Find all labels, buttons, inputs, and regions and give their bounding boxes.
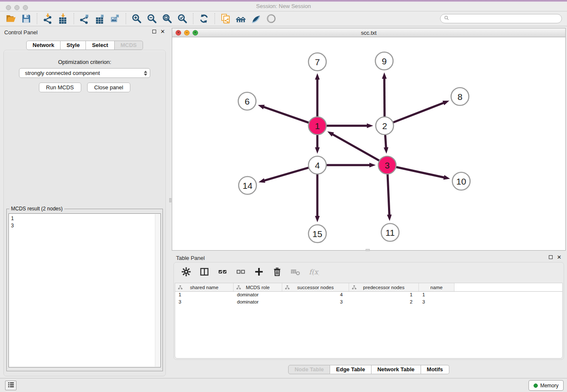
table-header-row: shared nameMCDS rolesuccessor nodesprede… xyxy=(175,283,562,292)
memory-label: Memory xyxy=(540,383,559,389)
open-file-icon[interactable] xyxy=(3,12,19,25)
cell-successor-nodes[interactable]: 3 xyxy=(282,299,349,306)
edge-arrowhead xyxy=(258,105,264,110)
split-view-icon[interactable] xyxy=(198,266,211,278)
column-header-shared-name[interactable]: shared name xyxy=(175,283,234,291)
float-panel-icon[interactable] xyxy=(152,30,156,33)
cell-name[interactable]: 1 xyxy=(419,292,454,299)
node-label: 7 xyxy=(315,57,320,67)
result-scrollbar[interactable] xyxy=(155,214,160,367)
node-9[interactable]: 9 xyxy=(375,52,393,70)
edge-arrowhead xyxy=(382,72,387,79)
node-2[interactable]: 2 xyxy=(376,117,394,135)
horizontal-splitter-grip[interactable] xyxy=(366,249,370,251)
search-input[interactable] xyxy=(451,16,558,22)
node-1[interactable]: 1 xyxy=(308,117,326,135)
refresh-icon[interactable] xyxy=(196,12,212,25)
list-icon xyxy=(7,381,15,390)
table-panel-title: Table Panel xyxy=(176,255,205,261)
zoom-out-icon[interactable] xyxy=(144,12,160,25)
network-graph[interactable]: 7968124314101511 xyxy=(172,37,565,250)
table-tab-node-table[interactable]: Node Table xyxy=(288,365,330,374)
delete-row-icon[interactable] xyxy=(271,266,284,278)
memory-button[interactable]: Memory xyxy=(528,380,564,391)
edge-2-8[interactable] xyxy=(393,102,444,122)
show-console-button[interactable] xyxy=(5,381,17,390)
edge-3-10[interactable] xyxy=(396,167,445,177)
zoom-in-icon[interactable] xyxy=(129,12,144,25)
node-4[interactable]: 4 xyxy=(308,156,326,174)
edge-3-1[interactable] xyxy=(332,134,380,161)
mcds-tab-content: Optimization criterion: strongly connect… xyxy=(3,50,166,376)
edge-3-11[interactable] xyxy=(388,174,389,215)
run-mcds-button[interactable]: Run MCDS xyxy=(39,83,81,92)
select-all-icon[interactable] xyxy=(216,266,229,278)
close-panel-icon[interactable]: ✕ xyxy=(160,29,165,34)
edge-arrowhead xyxy=(367,123,373,128)
svg-text:f(x): f(x) xyxy=(309,268,319,276)
node-15[interactable]: 15 xyxy=(308,225,326,243)
close-panel-button[interactable]: Close panel xyxy=(87,83,131,92)
node-11[interactable]: 11 xyxy=(381,224,399,241)
add-row-icon[interactable] xyxy=(253,266,265,278)
close-table-panel-icon[interactable]: ✕ xyxy=(557,255,561,259)
table-tab-network-table[interactable]: Network Table xyxy=(372,365,421,374)
float-table-panel-icon[interactable] xyxy=(549,255,553,259)
network-frame-titlebar[interactable]: ✕ − + scc.txt xyxy=(172,28,565,37)
table-row[interactable]: 1dominator411 xyxy=(175,292,562,299)
cell-MCDS-role[interactable]: dominator xyxy=(234,299,282,306)
cell-shared-name[interactable]: 3 xyxy=(175,299,234,306)
export-table-icon[interactable] xyxy=(92,12,107,25)
tab-style[interactable]: Style xyxy=(61,41,86,50)
edge-2-9[interactable] xyxy=(384,78,385,117)
criterion-dropdown[interactable]: strongly connected component xyxy=(19,68,150,78)
column-header-predecessor-nodes[interactable]: predecessor nodes xyxy=(349,283,419,291)
column-header-successor-nodes[interactable]: successor nodes xyxy=(282,283,349,291)
node-3[interactable]: 3 xyxy=(378,156,396,174)
table-panel-body: f(x) shared nameMCDS rolesuccessor nodes… xyxy=(173,262,564,360)
cell-name[interactable]: 3 xyxy=(419,299,454,306)
zoom-fit-icon[interactable] xyxy=(160,12,175,25)
edge-4-14[interactable] xyxy=(264,168,309,181)
application-window: Session: New Session Control Panel ✕ Net… xyxy=(0,0,567,392)
node-7[interactable]: 7 xyxy=(308,53,326,71)
save-session-icon[interactable] xyxy=(19,12,34,25)
clone-network-icon[interactable] xyxy=(218,12,233,25)
node-table: shared nameMCDS rolesuccessor nodesprede… xyxy=(175,283,563,359)
network-canvas[interactable]: 7968124314101511 xyxy=(172,37,565,250)
edge-1-6[interactable] xyxy=(263,107,309,123)
node-label: 15 xyxy=(312,229,322,239)
node-6[interactable]: 6 xyxy=(238,92,256,110)
mcds-result-area[interactable]: 1 3 xyxy=(8,213,161,367)
tab-network[interactable]: Network xyxy=(26,41,61,50)
deselect-all-icon[interactable] xyxy=(234,266,247,278)
gear-icon[interactable] xyxy=(180,266,193,278)
import-network-icon[interactable] xyxy=(40,12,55,25)
table-tab-motifs[interactable]: Motifs xyxy=(421,365,449,374)
import-table-icon[interactable] xyxy=(55,12,71,25)
home-icon[interactable] xyxy=(233,12,248,25)
export-image-icon[interactable] xyxy=(107,12,123,25)
table-panel-header: Table Panel ✕ xyxy=(172,252,566,263)
node-8[interactable]: 8 xyxy=(451,88,469,105)
cell-predecessor-nodes[interactable]: 1 xyxy=(349,292,419,299)
cell-successor-nodes[interactable]: 4 xyxy=(282,292,349,299)
search-box[interactable] xyxy=(440,14,562,23)
node-14[interactable]: 14 xyxy=(239,177,256,194)
node-10[interactable]: 10 xyxy=(452,172,470,190)
visibility-icon[interactable] xyxy=(264,12,279,25)
tab-mcds[interactable]: MCDS xyxy=(115,41,143,50)
table-tab-edge-table[interactable]: Edge Table xyxy=(330,365,371,374)
export-network-icon[interactable] xyxy=(77,12,92,25)
zoom-selected-icon[interactable] xyxy=(175,12,190,25)
tab-select[interactable]: Select xyxy=(86,41,114,50)
vertical-splitter-grip[interactable] xyxy=(169,198,171,202)
column-header-name[interactable]: name xyxy=(419,283,454,291)
style-brush-icon[interactable] xyxy=(248,12,264,25)
cell-predecessor-nodes[interactable]: 2 xyxy=(349,299,419,306)
cell-shared-name[interactable]: 1 xyxy=(175,292,234,299)
column-header-MCDS-role[interactable]: MCDS role xyxy=(234,283,282,291)
table-row[interactable]: 3dominator323 xyxy=(175,299,562,306)
edge-2-3[interactable] xyxy=(385,134,386,148)
cell-MCDS-role[interactable]: dominator xyxy=(234,292,282,299)
